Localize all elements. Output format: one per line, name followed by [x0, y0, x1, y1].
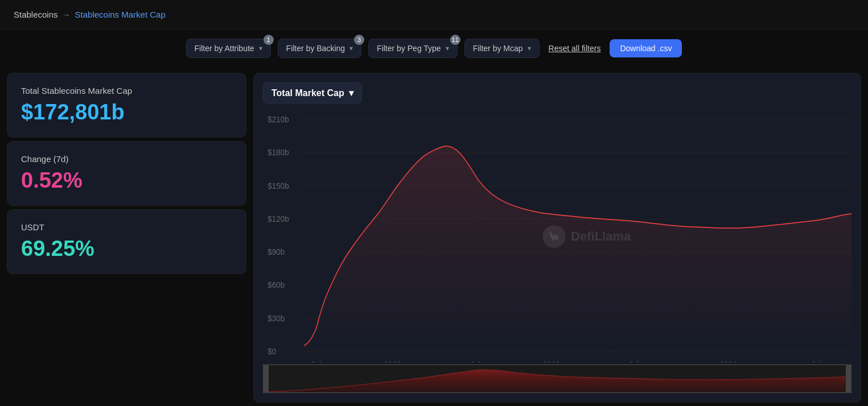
chart-area: 🦙 DefiLlama .grid-line { stroke: #222; s…	[263, 110, 851, 362]
filter-backing-chevron: ▾	[349, 44, 353, 52]
nav-handle-left[interactable]	[263, 364, 269, 393]
chart-title-label: Total Market Cap	[271, 88, 344, 98]
chart-header: Total Market Cap ▾	[263, 82, 851, 103]
usdt-card: USDT 69.25%	[7, 209, 246, 274]
filter-mcap-button[interactable]: Filter by Mcap ▾	[464, 39, 540, 58]
filter-attribute-button[interactable]: Filter by Attribute 1 ▾	[186, 39, 271, 58]
total-market-cap-label: Total Stablecoins Market Cap	[21, 86, 232, 96]
stats-panel: Total Stablecoins Market Cap $172,801b C…	[0, 67, 253, 406]
filter-attribute-label: Filter by Attribute	[195, 44, 254, 53]
filter-peg-label: Filter by Peg Type	[377, 44, 441, 53]
reset-filters-button[interactable]: Reset all filters	[546, 39, 603, 57]
x-label-2023: 2023	[543, 360, 560, 362]
change-label: Change (7d)	[21, 154, 232, 164]
nav-handle-right[interactable]	[846, 364, 851, 393]
mini-chart-svg	[263, 364, 851, 393]
filter-backing-label: Filter by Backing	[286, 44, 345, 53]
y-label-30b: $30b	[268, 313, 285, 323]
breadcrumb-stablecoins: Stablecoins	[14, 10, 58, 19]
total-market-cap-value: $172,801b	[21, 100, 232, 125]
x-label-jul2021: Jul	[311, 360, 320, 362]
change-value: 0.52%	[21, 168, 232, 193]
filter-peg-badge: 11	[450, 35, 460, 45]
main-content: Total Stablecoins Market Cap $172,801b C…	[0, 67, 868, 406]
x-label-jul2024: Jul	[811, 360, 821, 362]
filter-mcap-chevron: ▾	[528, 44, 531, 52]
x-label-2024: 2024	[719, 360, 737, 362]
filter-backing-button[interactable]: Filter by Backing 3 ▾	[278, 39, 361, 58]
breadcrumb-market-cap[interactable]: Stablecoins Market Cap	[75, 10, 166, 19]
x-label-jul2023: Jul	[629, 360, 639, 362]
chart-panel: Total Market Cap ▾ 🦙 DefiLlama .grid-lin…	[253, 73, 861, 403]
y-label-60b: $60b	[268, 280, 285, 290]
download-csv-button[interactable]: Download .csv	[610, 39, 682, 57]
main-chart-svg: .grid-line { stroke: #222; stroke-width:…	[263, 110, 851, 362]
header: Stablecoins → Stablecoins Market Cap	[0, 0, 868, 30]
total-market-cap-card: Total Stablecoins Market Cap $172,801b	[7, 73, 246, 138]
x-label-jul2022: Jul	[470, 360, 480, 362]
filter-backing-badge: 3	[354, 35, 364, 45]
x-label-2022: 2022	[384, 360, 401, 362]
filter-mcap-label: Filter by Mcap	[473, 44, 523, 53]
chart-title-button[interactable]: Total Market Cap ▾	[263, 82, 362, 103]
usdt-label: USDT	[21, 222, 232, 232]
filter-attribute-chevron: ▾	[259, 44, 262, 52]
y-label-180b: $180b	[268, 148, 289, 158]
mini-chart[interactable]	[263, 364, 851, 393]
filters-bar: Filter by Attribute 1 ▾ Filter by Backin…	[0, 30, 868, 67]
filter-peg-button[interactable]: Filter by Peg Type 11 ▾	[368, 39, 458, 58]
y-label-210b: $210b	[268, 114, 289, 124]
y-label-150b: $150b	[268, 181, 289, 190]
y-label-120b: $120b	[268, 214, 289, 223]
chart-area-fill-path	[304, 146, 851, 351]
change-card: Change (7d) 0.52%	[7, 141, 246, 206]
breadcrumb-separator: →	[63, 10, 71, 19]
chart-title-chevron: ▾	[349, 88, 353, 98]
usdt-value: 69.25%	[21, 237, 232, 261]
y-label-90b: $90b	[268, 247, 285, 256]
filter-peg-chevron: ▾	[446, 44, 449, 52]
filter-attribute-badge: 1	[264, 35, 274, 45]
y-label-0: $0	[268, 346, 276, 356]
